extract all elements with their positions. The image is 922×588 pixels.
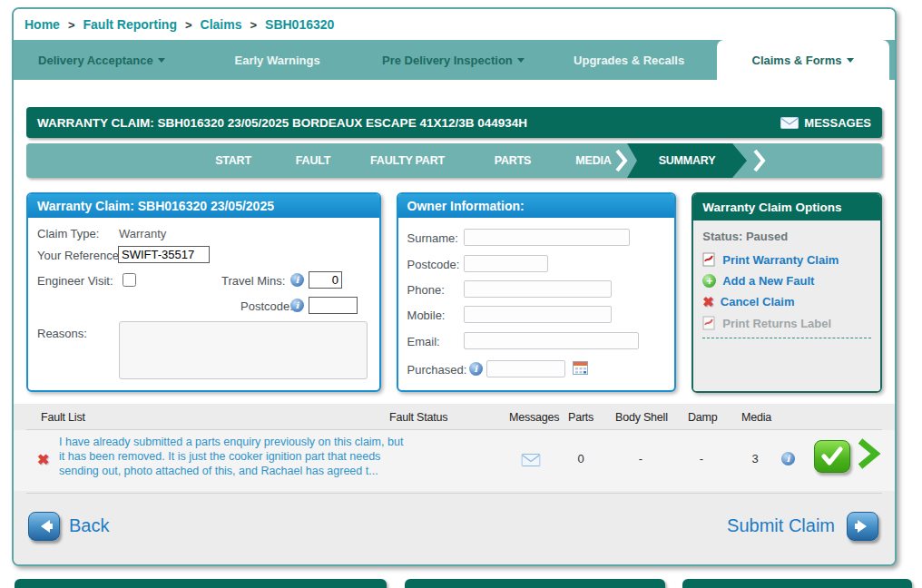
step-fault[interactable]: FAULT xyxy=(296,143,330,178)
pdf-icon xyxy=(702,316,716,330)
cancel-claim-label: Cancel Claim xyxy=(721,295,795,309)
breadcrumb-current-claim: SBH016320 xyxy=(265,17,334,32)
open-fault-arrow[interactable] xyxy=(856,437,881,474)
breadcrumb-separator-icon: > xyxy=(250,18,257,32)
breadcrumb-home[interactable]: Home xyxy=(25,17,60,32)
travel-mins-input[interactable] xyxy=(309,271,342,289)
next-panel-header-bar xyxy=(15,579,387,588)
claim-content: WARRANTY CLAIM: SBH016320 23/05/2025 BOR… xyxy=(14,80,895,404)
tab-label: Pre Delivery Inspection xyxy=(382,54,513,67)
owner-postcode-field[interactable] xyxy=(464,255,548,272)
step-parts[interactable]: PARTS xyxy=(495,143,531,178)
chevron-down-icon xyxy=(158,58,165,63)
claim-steps-bar: START FAULT FAULTY PART PARTS MEDIA SUMM… xyxy=(26,143,882,178)
chevron-right-icon xyxy=(614,149,628,172)
fault-list-section: Fault List Fault Status Messages Parts B… xyxy=(14,404,895,564)
reasons-label: Reasons: xyxy=(37,327,87,340)
chevron-right-icon xyxy=(856,437,881,470)
warranty-claim-options-panel: Warranty Claim Options Status: Paused Pr… xyxy=(692,192,882,393)
panels-row: Warranty Claim: SBH016320 23/05/2025 Cla… xyxy=(26,192,882,393)
engineer-visit-label: Engineer Visit: xyxy=(37,274,113,288)
breadcrumb-separator-icon: > xyxy=(68,18,75,32)
your-reference-input[interactable] xyxy=(118,246,210,263)
warranty-claim-panel: Warranty Claim: SBH016320 23/05/2025 Cla… xyxy=(26,192,381,392)
delete-fault-icon[interactable]: ✖ xyxy=(37,451,49,468)
column-header-body-shell: Body Shell xyxy=(615,411,668,424)
email-field[interactable] xyxy=(464,332,639,349)
tab-label: Upgrades & Recalls xyxy=(574,54,684,67)
breadcrumb-separator-icon: > xyxy=(185,18,192,32)
main-window: Home > Fault Reporting > Claims > SBH016… xyxy=(12,7,897,566)
column-header-parts: Parts xyxy=(568,411,593,424)
purchased-label: Purchased: xyxy=(407,363,467,377)
submit-claim-label[interactable]: Submit Claim xyxy=(727,515,835,536)
owner-postcode-label: Postcode: xyxy=(407,258,460,271)
step-faulty-part[interactable]: FAULTY PART xyxy=(370,143,445,178)
warranty-claim-panel-body: Claim Type: Warranty Your Reference: Eng… xyxy=(28,218,379,390)
fault-info-icon[interactable]: i xyxy=(781,452,795,466)
print-returns-label-label: Print Returns Label xyxy=(722,317,831,330)
tab-early-warnings[interactable]: Early Warnings xyxy=(190,40,366,80)
breadcrumb-fault-reporting[interactable]: Fault Reporting xyxy=(83,17,177,32)
cancel-icon: ✖ xyxy=(702,295,714,309)
submit-claim-button[interactable] xyxy=(847,512,878,541)
back-label[interactable]: Back xyxy=(69,515,109,536)
add-new-fault-label: Add a New Fault xyxy=(722,274,814,288)
step-start[interactable]: START xyxy=(215,143,251,178)
calendar-icon[interactable] xyxy=(573,360,589,376)
claim-type-value: Warranty xyxy=(119,227,166,240)
step-media[interactable]: MEDIA xyxy=(575,143,611,178)
claim-postcode-input[interactable] xyxy=(309,297,358,314)
owner-information-panel: Owner Information: Surname: Postcode: Ph… xyxy=(397,192,677,392)
purchased-field[interactable] xyxy=(486,360,565,377)
claim-type-label: Claim Type: xyxy=(37,227,99,240)
tab-upgrades-recalls[interactable]: Upgrades & Recalls xyxy=(541,40,717,80)
add-new-fault-action[interactable]: + Add a New Fault xyxy=(702,274,871,288)
travel-mins-info-icon[interactable]: i xyxy=(290,273,304,287)
fault-messages-button[interactable] xyxy=(522,454,541,470)
claim-postcode-label: Postcode: xyxy=(240,299,293,313)
cancel-claim-action[interactable]: ✖ Cancel Claim xyxy=(702,295,871,309)
phone-field[interactable] xyxy=(464,280,612,298)
print-warranty-claim-action[interactable]: Print Warranty Claim xyxy=(702,252,871,267)
reasons-textarea[interactable] xyxy=(119,321,368,379)
messages-label: MESSAGES xyxy=(804,116,871,130)
claim-postcode-info-icon[interactable]: i xyxy=(290,299,304,312)
chevron-right-icon xyxy=(752,149,766,172)
tab-claims-forms-active[interactable]: Claims & Forms xyxy=(717,40,889,80)
page-title: WARRANTY CLAIM: SBH016320 23/05/2025 BOR… xyxy=(37,116,527,130)
purchased-info-icon[interactable]: i xyxy=(469,362,483,376)
add-icon: + xyxy=(702,274,716,288)
phone-label: Phone: xyxy=(407,283,445,297)
mobile-label: Mobile: xyxy=(407,309,446,322)
tab-delivery-acceptance[interactable]: Delivery Acceptance xyxy=(14,40,190,80)
surname-field[interactable] xyxy=(464,229,630,246)
tab-pre-delivery-inspection[interactable]: Pre Delivery Inspection xyxy=(366,40,542,80)
messages-button[interactable]: MESSAGES xyxy=(780,116,871,130)
back-button[interactable] xyxy=(28,512,60,541)
mobile-field[interactable] xyxy=(464,306,612,323)
print-returns-label-action: Print Returns Label xyxy=(702,316,871,330)
fault-complete-button[interactable] xyxy=(814,440,850,473)
arrow-right-icon xyxy=(852,517,874,535)
table-divider xyxy=(26,493,882,494)
fault-table-row: ✖ I have already submitted a parts enqui… xyxy=(14,430,895,491)
status-badge: Status: Paused xyxy=(702,230,871,243)
chevron-down-icon xyxy=(847,58,854,63)
column-header-fault-status: Fault Status xyxy=(389,411,447,424)
print-warranty-claim-label: Print Warranty Claim xyxy=(722,253,839,267)
fault-description-link[interactable]: I have already submitted a parts enquiry… xyxy=(59,435,404,478)
breadcrumb-claims[interactable]: Claims xyxy=(201,17,242,32)
your-reference-label: Your Reference: xyxy=(37,249,122,262)
travel-mins-label: Travel Mins: xyxy=(221,274,285,288)
envelope-icon xyxy=(780,117,799,129)
step-label: SUMMARY xyxy=(659,154,716,167)
next-panel-header-bar xyxy=(682,579,912,588)
checkmark-icon xyxy=(820,446,844,466)
engineer-visit-checkbox[interactable] xyxy=(123,273,136,287)
warranty-claim-panel-title: Warranty Claim: SBH016320 23/05/2025 xyxy=(28,194,379,218)
column-header-fault-list: Fault List xyxy=(41,411,85,424)
arrow-left-icon xyxy=(34,517,55,535)
pdf-icon xyxy=(702,252,716,267)
tab-label: Claims & Forms xyxy=(752,54,842,67)
